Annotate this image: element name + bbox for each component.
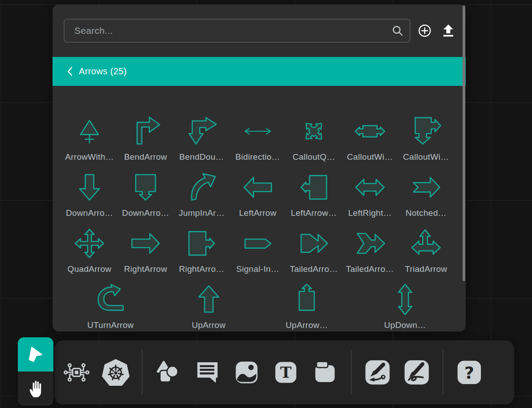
chevron-left-icon — [67, 67, 73, 76]
shape-tailed-arrow-2[interactable]: TailedArro… — [343, 223, 397, 275]
shape-glyph — [191, 279, 227, 320]
shape-bend-double-arrow[interactable]: BendDou… — [175, 111, 228, 162]
note-icon — [312, 360, 338, 385]
signal-in-icon — [240, 227, 276, 260]
shape-label: CalloutWi… — [347, 152, 393, 162]
shape-signal-in[interactable]: Signal-In… — [231, 223, 284, 275]
shape-u-turn-arrow[interactable]: UTurnArrow — [84, 279, 137, 330]
up-arrow-callout-icon — [289, 283, 325, 316]
shape-label: Signal-In… — [236, 264, 280, 275]
shape-right-arrow[interactable]: RightArrow — [119, 223, 172, 275]
shape-jump-in-arrow[interactable]: JumpInAr… — [175, 167, 228, 218]
shape-glyph — [296, 111, 332, 152]
text-icon: T — [273, 360, 299, 385]
circuit-icon — [63, 359, 90, 386]
bend-arrow-icon — [128, 115, 163, 148]
shape-left-arrow-callout[interactable]: LeftArrow… — [287, 167, 341, 218]
shape-glyph — [289, 279, 325, 320]
shape-glyph — [352, 223, 388, 264]
toolbar-divider — [351, 350, 352, 395]
shape-triad-arrow[interactable]: TriadArrow — [399, 223, 453, 275]
shape-left-arrow[interactable]: LeftArrow — [231, 167, 284, 218]
shape-quad-arrow[interactable]: QuadArrow — [63, 223, 116, 275]
shape-glyph — [240, 223, 276, 264]
shape-arrow-with-tail[interactable]: ArrowWith… — [63, 111, 116, 162]
shape-label: JumpInAr… — [179, 208, 224, 218]
search-input[interactable] — [73, 25, 392, 36]
network-nodes-tool[interactable] — [63, 359, 90, 386]
shape-label: RightArro… — [179, 264, 224, 275]
shape-glyph — [184, 111, 219, 152]
pan-tool[interactable] — [18, 372, 53, 406]
shape-up-arrow-callout[interactable]: UpArrow… — [280, 279, 333, 330]
shape-glyph — [408, 167, 444, 208]
shape-glyph — [408, 223, 444, 264]
shape-down-arrow-callout[interactable]: DownArro… — [119, 167, 172, 218]
shape-glyph — [184, 223, 219, 264]
comment-tool[interactable] — [194, 359, 221, 386]
connector-pen-tool[interactable] — [364, 359, 391, 386]
arrow-with-tail-icon — [72, 115, 107, 148]
shape-notched-right-arrow[interactable]: Notched… — [399, 167, 453, 218]
shape-label: BendArrow — [124, 152, 167, 162]
image-tool[interactable] — [233, 359, 260, 386]
shape-glyph — [240, 111, 276, 152]
shape-label: TailedArro… — [290, 264, 338, 275]
category-header-arrows[interactable]: Arrows (25) — [53, 57, 466, 86]
shape-glyph — [93, 279, 128, 320]
kubernetes-tool[interactable] — [102, 359, 129, 386]
canvas[interactable]: { "colors": { "accent_teal": "#00b3a3", … — [0, 0, 532, 408]
svg-text:?: ? — [464, 363, 474, 383]
question-icon: ? — [456, 360, 482, 385]
add-shape-button[interactable] — [418, 24, 432, 38]
shape-bend-arrow[interactable]: BendArrow — [119, 111, 172, 162]
freehand-draw-tool[interactable] — [403, 359, 430, 386]
tailed-arrow-icon — [296, 227, 332, 260]
shape-label: DownArro… — [66, 208, 113, 218]
cursor-icon — [27, 346, 45, 364]
shape-label: LeftRight… — [348, 208, 392, 218]
shape-left-right-arrow[interactable]: LeftRight… — [343, 167, 397, 218]
left-arrow-icon — [240, 171, 276, 204]
shape-up-arrow[interactable]: UpArrow — [182, 279, 236, 330]
note-tool[interactable] — [312, 359, 338, 386]
shape-glyph — [184, 167, 219, 208]
shape-label: QuadArrow — [68, 264, 112, 275]
shape-label: Bidirectio… — [236, 152, 280, 162]
upload-button[interactable] — [442, 24, 455, 38]
shape-tailed-arrow[interactable]: TailedArro… — [287, 223, 341, 275]
down-arrow-icon — [72, 171, 107, 204]
shape-glyph — [352, 111, 388, 152]
search-box[interactable] — [64, 19, 410, 43]
shape-label: ArrowWith… — [65, 152, 114, 162]
shape-right-arrow-callout[interactable]: RightArro… — [175, 223, 228, 275]
shape-down-arrow[interactable]: DownArro… — [63, 167, 116, 218]
shape-callout-quad-arrow[interactable]: CalloutQ… — [287, 111, 341, 162]
up-arrow-icon — [191, 283, 227, 316]
jump-in-arrow-icon — [184, 171, 219, 204]
notched-right-arrow-icon — [408, 171, 444, 204]
panel-scrollbar[interactable] — [463, 5, 465, 281]
u-turn-arrow-icon — [93, 283, 128, 316]
shape-glyph — [128, 167, 163, 208]
text-tool[interactable]: T — [272, 359, 299, 386]
marker-icon — [403, 359, 430, 386]
shape-label: TailedArro… — [346, 264, 394, 275]
shape-bidirectional-arrow[interactable]: Bidirectio… — [231, 111, 284, 162]
shape-label: LeftArrow — [239, 208, 276, 218]
shape-up-down-arrow[interactable]: UpDown… — [378, 279, 432, 330]
left-arrow-callout-icon — [296, 171, 332, 204]
shape-glyph — [352, 167, 388, 208]
shape-glyph — [240, 167, 276, 208]
shape-callout-with-right-down-arrows[interactable]: CalloutWi… — [399, 111, 453, 162]
hand-icon — [28, 379, 44, 398]
select-tool[interactable] — [18, 337, 53, 372]
shape-callout-with-horizontal-arrows[interactable]: CalloutWi… — [343, 111, 397, 162]
magnifier-icon — [392, 25, 403, 36]
shapes-tool[interactable] — [155, 359, 182, 386]
circle-plus-icon — [418, 24, 432, 38]
help-button[interactable]: ? — [456, 359, 483, 386]
kubernetes-icon — [102, 358, 130, 387]
shape-library-panel: Arrows (25) ArrowWith… BendArrow BendDou… — [53, 4, 466, 331]
image-icon — [233, 359, 260, 386]
